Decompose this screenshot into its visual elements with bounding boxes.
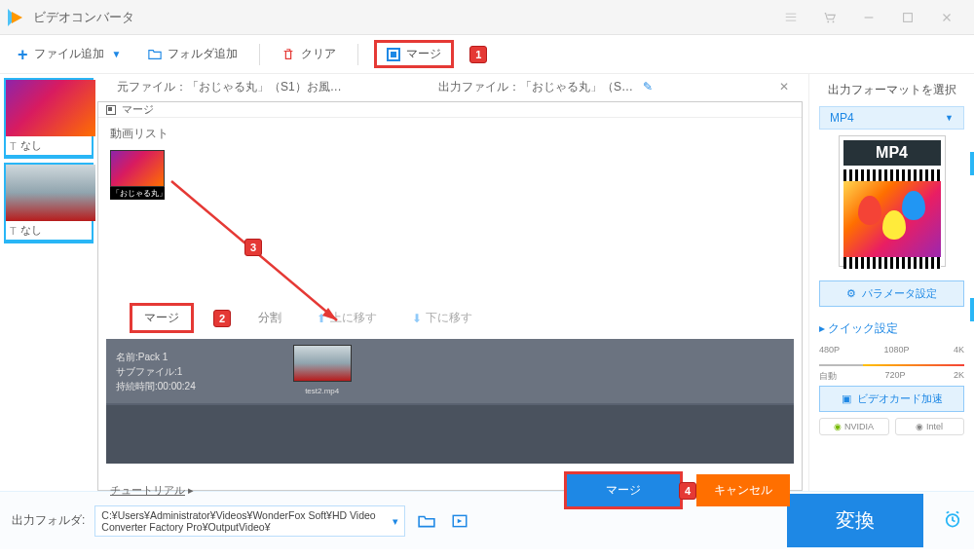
dialog-title-text: マージ <box>122 102 154 117</box>
close-icon[interactable]: ✕ <box>779 80 789 93</box>
subtitle-status: なし <box>20 223 42 238</box>
cancel-button[interactable]: キャンセル <box>696 474 790 506</box>
quality-slider[interactable]: 480P 1080P 4K 自動 720P 2K <box>819 345 964 376</box>
pack-name: 名前:Pack 1 <box>116 350 196 364</box>
merge-icon <box>387 48 400 61</box>
tutorial-link[interactable]: チュートリアル <box>110 483 194 498</box>
merge-confirm-button[interactable]: マージ <box>564 471 683 509</box>
move-up-button[interactable]: ⬆上に移す <box>309 307 385 329</box>
merge-label: マージ <box>406 46 441 62</box>
format-name: MP4 <box>830 111 854 125</box>
annotation-badge-4: 4 <box>679 482 696 500</box>
pack-header[interactable]: 名前:Pack 1 サブファイル:1 持続時間:00:00:24 test2.m… <box>106 339 794 403</box>
center-panel: 元ファイル：「おじゃる丸」（S1）お風… 出力ファイル：「おじゃる丸」（S… ✎… <box>97 74 808 491</box>
output-panel: 出力フォーマットを選択 MP4 ▼ MP4 ⚙ パラメータ設定 クイック設定 4… <box>808 74 974 491</box>
clear-button[interactable]: クリア <box>276 42 342 66</box>
pack-duration: 持続時間:00:00:24 <box>116 379 196 393</box>
pack-merge-label: マージ <box>144 310 179 326</box>
thumbnail-image <box>6 165 95 221</box>
split-button[interactable]: 分割 <box>250 307 289 329</box>
pack-thumb-item[interactable]: test2.mp4 <box>293 345 352 397</box>
pack-subfile: サブファイル:1 <box>116 364 196 379</box>
app-logo-icon <box>8 9 25 26</box>
add-folder-button[interactable]: フォルダ追加 <box>142 42 244 66</box>
annotation-badge-3: 3 <box>244 239 262 256</box>
chevron-down-icon: ▼ <box>945 113 954 123</box>
thumbnail-image <box>293 345 352 382</box>
pack-toolbar: マージ 2 分割 ⬆上に移す ⬇下に移す <box>98 297 802 339</box>
chip-icon: ▣ <box>842 392 851 405</box>
output-file-label: 出力ファイル：「おじゃる丸」（S… ✎ <box>438 79 721 95</box>
maximize-icon[interactable] <box>888 0 927 35</box>
gpu-accel-button[interactable]: ▣ ビデオカード加速 <box>819 386 964 412</box>
source-thumbnail-list: Tなし Tなし <box>0 74 97 491</box>
video-name: 「おじゃる丸」 <box>110 187 165 200</box>
format-dropdown[interactable]: MP4 ▼ <box>819 106 964 130</box>
dialog-footer: チュートリアル マージ 4 キャンセル <box>98 464 802 517</box>
source-thumb-item[interactable]: Tなし <box>4 163 94 243</box>
down-icon: ⬇ <box>412 312 422 325</box>
svg-rect-2 <box>904 13 913 21</box>
pack-thumb-name: test2.mp4 <box>293 386 352 397</box>
pack-merge-button[interactable]: マージ <box>130 303 194 333</box>
gpu-vendor-list: ◉ NVIDIA ◉ Intel <box>819 418 964 435</box>
side-tab-indicator <box>970 298 974 321</box>
menu-icon[interactable] <box>771 0 810 35</box>
format-badge: MP4 <box>843 140 941 166</box>
annotation-badge-1: 1 <box>469 46 487 63</box>
add-file-button[interactable]: + ファイル追加 ▼ <box>12 42 127 67</box>
title-bar: ビデオコンバータ <box>0 0 974 35</box>
clear-label: クリア <box>301 46 336 62</box>
add-folder-label: フォルダ追加 <box>168 46 238 62</box>
alarm-icon[interactable] <box>943 509 962 532</box>
convert-button[interactable]: 変換 <box>787 494 923 547</box>
sliders-icon: ⚙ <box>846 287 856 300</box>
merge-dialog: マージ 動画リスト 「おじゃる丸」 3 マージ 2 <box>97 101 803 491</box>
film-strip-icon <box>843 257 941 269</box>
plus-icon: + <box>18 46 28 63</box>
parameter-settings-button[interactable]: ⚙ パラメータ設定 <box>819 280 964 307</box>
dialog-icon <box>106 105 116 115</box>
gpu-intel-badge: ◉ Intel <box>895 418 965 435</box>
pack-area: 名前:Pack 1 サブファイル:1 持続時間:00:00:24 test2.m… <box>106 339 794 464</box>
close-icon[interactable] <box>927 0 966 35</box>
add-file-label: ファイル追加 <box>34 46 104 62</box>
preview-image <box>843 181 941 257</box>
toolbar-divider <box>357 44 358 65</box>
quick-settings-section: クイック設定 480P 1080P 4K 自動 720P 2K <box>819 320 964 376</box>
file-info-header: 元ファイル：「おじゃる丸」（S1）お風… 出力ファイル：「おじゃる丸」（S… ✎… <box>97 74 808 99</box>
format-preview-card[interactable]: MP4 <box>839 135 946 267</box>
trash-icon <box>281 48 295 61</box>
toolbar-divider <box>259 44 260 65</box>
annotation-badge-2: 2 <box>213 310 231 327</box>
app-title: ビデオコンバータ <box>33 9 134 26</box>
svg-point-1 <box>833 20 835 22</box>
pack-info: 名前:Pack 1 サブファイル:1 持続時間:00:00:24 <box>116 350 196 393</box>
merge-button[interactable]: マージ <box>374 40 454 68</box>
thumbnail-image <box>6 80 95 136</box>
video-list-heading: 動画リスト <box>98 118 802 150</box>
side-tab-indicator <box>970 152 974 175</box>
subtitle-status: なし <box>20 138 42 153</box>
gpu-nvidia-badge: ◉ NVIDIA <box>819 418 889 435</box>
edit-icon[interactable]: ✎ <box>636 80 653 93</box>
pack-drop-zone[interactable] <box>106 405 794 464</box>
minimize-icon[interactable] <box>849 0 888 35</box>
thumbnail-image <box>110 150 165 187</box>
main-toolbar: + ファイル追加 ▼ フォルダ追加 クリア マージ 1 <box>0 35 974 74</box>
subtitle-icon: T <box>10 140 17 152</box>
chevron-down-icon: ▼ <box>112 49 122 59</box>
quick-settings-heading: クイック設定 <box>819 320 964 337</box>
film-strip-icon <box>843 169 941 181</box>
move-down-button[interactable]: ⬇下に移す <box>404 307 480 329</box>
format-heading: 出力フォーマットを選択 <box>819 82 964 98</box>
source-thumb-item[interactable]: Tなし <box>4 78 94 159</box>
dialog-titlebar: マージ <box>98 102 802 118</box>
up-icon: ⬆ <box>317 312 326 325</box>
video-list-item[interactable]: 「おじゃる丸」 <box>110 150 165 200</box>
cart-icon[interactable] <box>810 0 849 35</box>
svg-point-0 <box>827 20 829 22</box>
video-list: 「おじゃる丸」 <box>98 150 802 200</box>
output-folder-label: 出力フォルダ: <box>12 512 85 529</box>
source-file-label: 元ファイル：「おじゃる丸」（S1）お風… <box>117 79 399 95</box>
